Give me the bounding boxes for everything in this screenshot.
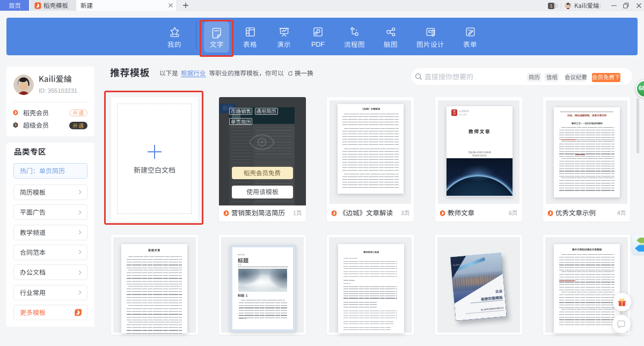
svg-text:$: $ (14, 123, 17, 127)
